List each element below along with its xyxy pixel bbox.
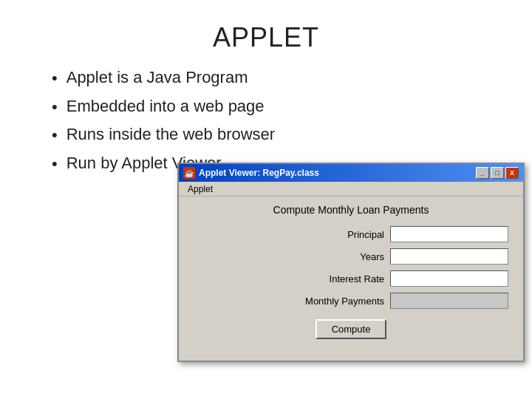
interest-rate-input[interactable] <box>390 270 508 287</box>
title-bar: ☕ Applet Viewer: RegPay.class _ □ X <box>179 164 523 182</box>
compute-button[interactable]: Compute <box>316 319 387 339</box>
form-table: Principal Years Interest Rate Monthly Pa… <box>194 226 508 315</box>
bullet-list: Applet is a Java Program Embedded into a… <box>52 68 495 174</box>
close-button[interactable]: X <box>505 167 519 179</box>
bullet-item-3: Runs inside the web browser <box>52 125 495 146</box>
principal-input[interactable] <box>390 226 508 242</box>
title-bar-left: ☕ Applet Viewer: RegPay.class <box>183 167 319 179</box>
monthly-payments-row: Monthly Payments <box>194 293 508 309</box>
years-input[interactable] <box>390 248 508 265</box>
interest-rate-row: Interest Rate <box>194 270 508 287</box>
title-bar-text: Applet Viewer: RegPay.class <box>199 168 319 178</box>
years-row: Years <box>194 248 508 265</box>
slide-title: APPLET <box>37 22 495 53</box>
applet-content: Compute Monthly Loan Payments Principal … <box>179 197 523 361</box>
principal-label: Principal <box>303 229 384 240</box>
monthly-payments-output <box>390 293 508 309</box>
interest-rate-label: Interest Rate <box>303 273 384 284</box>
years-label: Years <box>303 251 384 262</box>
applet-menu-item[interactable]: Applet <box>183 184 217 194</box>
applet-viewer-window: ☕ Applet Viewer: RegPay.class _ □ X Appl… <box>177 163 525 362</box>
title-bar-buttons: _ □ X <box>476 167 519 179</box>
bullet-item-2: Embedded into a web page <box>52 97 495 118</box>
applet-form-title: Compute Monthly Loan Payments <box>273 204 429 216</box>
slide: APPLET Applet is a Java Program Embedded… <box>0 0 532 399</box>
principal-row: Principal <box>194 226 508 242</box>
applet-icon: ☕ <box>183 167 195 179</box>
menu-bar: Applet <box>179 182 523 197</box>
maximize-button[interactable]: □ <box>491 167 504 179</box>
bullet-item-1: Applet is a Java Program <box>52 68 495 89</box>
monthly-payments-label: Monthly Payments <box>303 296 384 307</box>
minimize-button[interactable]: _ <box>476 167 489 179</box>
